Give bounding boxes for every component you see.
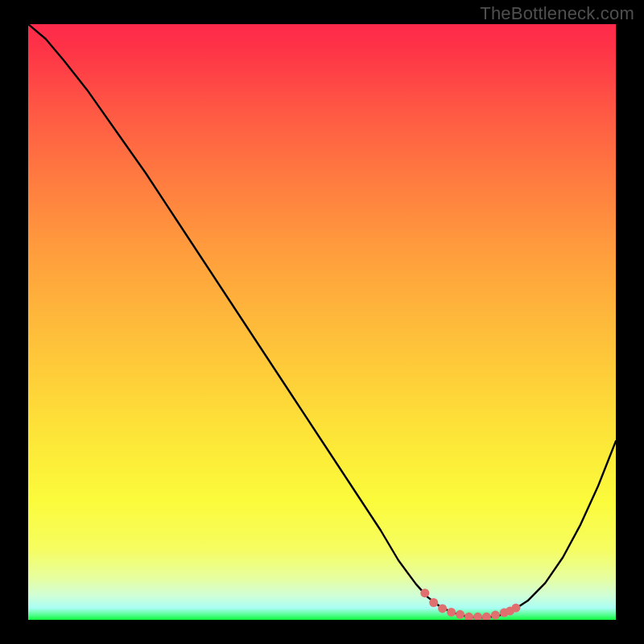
attribution-text: TheBottleneck.com <box>480 3 634 24</box>
optimal-dot <box>473 613 482 620</box>
optimal-dot <box>447 608 456 617</box>
optimal-dot <box>456 610 464 619</box>
optimal-dot <box>420 588 429 597</box>
chart-svg <box>28 24 616 620</box>
optimal-dot <box>429 598 438 607</box>
optimal-range-dots <box>420 588 520 620</box>
optimal-dot <box>464 613 473 620</box>
optimal-dot <box>511 604 520 613</box>
optimal-dot <box>438 604 447 613</box>
bottleneck-curve <box>28 24 616 617</box>
chart-plot-area <box>28 24 616 620</box>
optimal-dot <box>482 613 491 620</box>
optimal-dot <box>491 611 500 620</box>
